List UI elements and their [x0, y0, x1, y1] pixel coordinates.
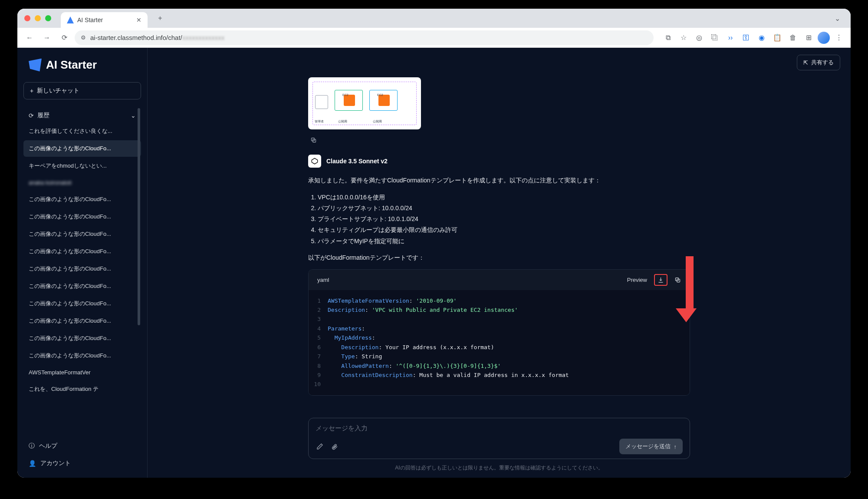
- history-item[interactable]: この画像のような形のCloudFo...: [23, 261, 141, 277]
- history-item[interactable]: この画像のような形のCloudFo...: [23, 243, 141, 260]
- browser-tab[interactable]: AI Starter ✕: [61, 12, 148, 28]
- reload-button[interactable]: ⟳: [57, 31, 71, 45]
- new-chat-button[interactable]: + 新しいチャット: [23, 82, 141, 99]
- history-item[interactable]: この画像のような形のCloudFo...: [23, 278, 141, 294]
- account-link[interactable]: 👤 アカウント: [23, 455, 141, 472]
- bookmark-star-icon[interactable]: ☆: [677, 31, 690, 44]
- forward-button[interactable]: →: [40, 31, 54, 45]
- open-external-icon[interactable]: ⧉: [661, 31, 674, 44]
- extension-clip-icon[interactable]: 📋: [771, 31, 784, 44]
- svg-marker-2: [312, 158, 317, 164]
- model-name: Claude 3.5 Sonnet v2: [326, 158, 388, 165]
- main-header: ⇱ 共有する: [148, 48, 851, 77]
- extension-copy-icon[interactable]: ⿻: [708, 31, 721, 44]
- code-line: 1AWSTemplateFormatVersion: '2010-09-09': [309, 296, 690, 305]
- extension-trash-icon[interactable]: 🗑: [786, 31, 799, 44]
- extensions-puzzle-icon[interactable]: ⊞: [802, 31, 815, 44]
- profile-avatar[interactable]: [818, 32, 830, 44]
- history-item[interactable]: この画像のような形のCloudFo...: [23, 347, 141, 364]
- account-icon: 👤: [29, 460, 36, 467]
- list-item: セキュリティグループは必要最小限の通信のみ許可: [318, 225, 690, 235]
- toolbar-actions: ⧉ ☆ ◎ ⿻ ›› ⚿ ◉ 📋 🗑 ⊞ ⋮: [661, 31, 845, 44]
- app-content: AI Starter + 新しいチャット ⟳ 履歴 ⌄ これを評価してください良…: [17, 48, 851, 478]
- tabs-dropdown-button[interactable]: ⌄: [831, 12, 844, 25]
- help-link[interactable]: ⓘ ヘルプ: [23, 438, 141, 454]
- extension-eye-icon[interactable]: ◉: [755, 31, 768, 44]
- history-item[interactable]: この画像のような形のCloudFo...: [23, 330, 141, 347]
- plus-icon: +: [30, 87, 33, 94]
- code-line: 2Description: 'VPC with Public and Priva…: [309, 305, 690, 314]
- preview-button[interactable]: Preview: [627, 277, 647, 283]
- code-line: 6 Description: Your IP address (x.x.x.x …: [309, 343, 690, 352]
- share-icon: ⇱: [803, 59, 808, 66]
- chat-scroll[interactable]: 管理者 公開用 公開用 EC2 EC2: [148, 77, 851, 412]
- copy-prompt-button[interactable]: [308, 135, 319, 145]
- help-icon: ⓘ: [29, 442, 35, 450]
- list-item: プライベートサブネット: 10.0.1.0/24: [318, 214, 690, 225]
- response-list: VPCは10.0.0.0/16を使用パブリックサブネット: 10.0.0.0/2…: [318, 192, 690, 247]
- message-input-area[interactable]: メッセージを入力 メッセージを送信 ↑: [308, 418, 690, 459]
- browser-menu-icon[interactable]: ⋮: [832, 31, 845, 44]
- model-icon: [308, 155, 321, 168]
- history-item[interactable]: これを評価してください良くな...: [23, 123, 141, 139]
- window-maximize-button[interactable]: [45, 15, 51, 21]
- code-body[interactable]: 1AWSTemplateFormatVersion: '2010-09-09'2…: [309, 290, 690, 395]
- back-button[interactable]: ←: [23, 31, 36, 45]
- uploaded-diagram-image[interactable]: 管理者 公開用 公開用 EC2 EC2: [308, 77, 421, 129]
- app-logo[interactable]: AI Starter: [23, 58, 141, 82]
- share-button[interactable]: ⇱ 共有する: [797, 55, 840, 70]
- site-info-icon[interactable]: ⚙: [81, 34, 86, 41]
- titlebar: AI Starter ✕ + ⌄: [17, 9, 851, 28]
- code-line: 5 MyIpAddress:: [309, 333, 690, 342]
- history-header[interactable]: ⟳ 履歴 ⌄: [23, 108, 141, 123]
- code-line: 3: [309, 314, 690, 324]
- history-item[interactable]: キーペアをchmodしないとい...: [23, 158, 141, 174]
- url-text: ai-starter.classmethod.info/chat/xxxxxxx…: [90, 34, 224, 41]
- model-row: Claude 3.5 Sonnet v2: [308, 155, 690, 168]
- chat-content: 管理者 公開用 公開用 EC2 EC2: [308, 77, 690, 412]
- traffic-lights: [24, 15, 51, 21]
- code-line: 10: [309, 380, 690, 389]
- list-item: パラメータでMyIPを指定可能に: [318, 236, 690, 247]
- history-item[interactable]: この画像のような形のCloudFo...: [23, 191, 141, 208]
- new-tab-button[interactable]: +: [154, 12, 167, 25]
- response-intro: 承知しました。要件を満たすCloudFormationテンプレートを作成します。…: [308, 175, 690, 186]
- send-button[interactable]: メッセージを送信 ↑: [619, 439, 683, 454]
- code-lang-label: yaml: [317, 277, 329, 283]
- edit-icon[interactable]: [316, 442, 324, 451]
- history-item[interactable]: この画像のような形のCloudFo...: [23, 140, 141, 157]
- tab-close-icon[interactable]: ✕: [136, 17, 141, 23]
- history-item[interactable]: この画像のような形のCloudFo...: [23, 295, 141, 312]
- history-item[interactable]: この画像のような形のCloudFo...: [23, 208, 141, 225]
- sidebar: AI Starter + 新しいチャット ⟳ 履歴 ⌄ これを評価してください良…: [17, 48, 148, 478]
- message-input[interactable]: メッセージを入力: [316, 424, 683, 433]
- history-item[interactable]: この画像のような形のCloudFo...: [23, 226, 141, 242]
- extension-icon[interactable]: ◎: [693, 31, 706, 44]
- address-bar[interactable]: ⚙ ai-starter.classmethod.info/chat/xxxxx…: [75, 30, 654, 45]
- download-button[interactable]: [654, 274, 667, 286]
- history-item[interactable]: この画像のような形のCloudFo...: [23, 313, 141, 329]
- history-item[interactable]: これを、CloudFormation テ: [23, 381, 141, 397]
- code-line: 7 Type: String: [309, 352, 690, 361]
- help-label: ヘルプ: [39, 442, 57, 450]
- tab-favicon-icon: [67, 17, 74, 23]
- scrollbar[interactable]: [138, 108, 140, 325]
- sidebar-footer: ⓘ ヘルプ 👤 アカウント: [23, 433, 141, 472]
- attach-icon[interactable]: [330, 442, 339, 451]
- send-arrow-icon: ↑: [674, 443, 677, 450]
- response-outro: 以下がCloudFormationテンプレートです：: [308, 253, 690, 263]
- extension-cast-icon[interactable]: ››: [724, 31, 737, 44]
- history-item[interactable]: anaka koironatoti: [23, 175, 141, 190]
- browser-toolbar: ← → ⟳ ⚙ ai-starter.classmethod.info/chat…: [17, 28, 851, 48]
- window-close-button[interactable]: [24, 15, 30, 21]
- list-item: パブリックサブネット: 10.0.0.0/24: [318, 203, 690, 214]
- code-line: 8 AllowedPattern: '^([0-9]{1,3}\.){3}[0-…: [309, 361, 690, 370]
- history-item[interactable]: AWSTemplateFormatVer: [23, 365, 141, 380]
- history-list[interactable]: これを評価してください良くな...この画像のような形のCloudFo...キーペ…: [23, 123, 141, 433]
- window-minimize-button[interactable]: [35, 15, 41, 21]
- send-label: メッセージを送信: [625, 443, 671, 450]
- extension-key-icon[interactable]: ⚿: [740, 31, 753, 44]
- copy-code-button[interactable]: [674, 277, 681, 283]
- tab-title: AI Starter: [77, 17, 103, 23]
- logo-icon: [29, 59, 42, 72]
